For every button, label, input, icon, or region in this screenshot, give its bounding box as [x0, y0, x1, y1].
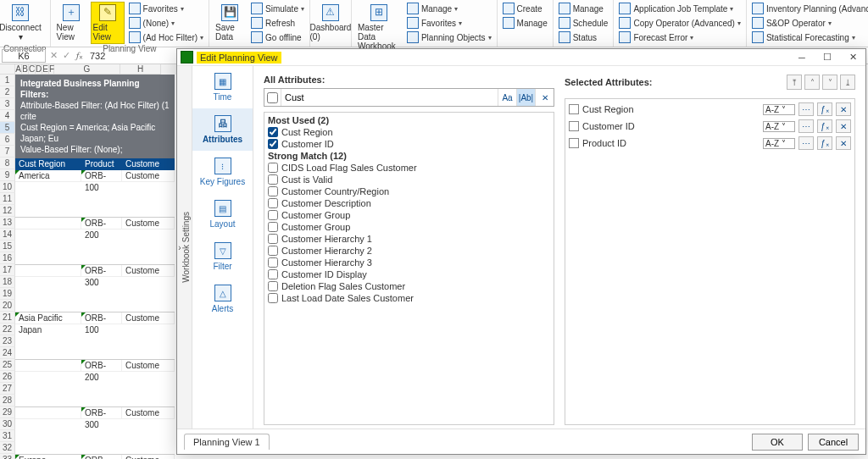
dashboard-button[interactable]: ⚠ Dashboard (0) [314, 2, 348, 44]
status-button[interactable]: Status [557, 30, 610, 44]
more-button[interactable]: ⋯ [798, 136, 814, 150]
enter-formula-icon[interactable]: ✓ [60, 50, 73, 61]
inventory-planning-menu[interactable]: Inventory Planning (Advanced)▾ [750, 2, 868, 15]
attribute-item[interactable]: Customer Group [266, 209, 552, 221]
new-view-button[interactable]: ＋ New View [54, 2, 88, 44]
nav-attributes[interactable]: 品Attributes [192, 108, 253, 151]
workbook-settings-strip[interactable]: › Workbook Settings [177, 66, 192, 429]
sort-dropdown[interactable]: A-Z ˅ [763, 121, 795, 132]
nav-key-figures[interactable]: ⫶Key Figures [192, 151, 253, 193]
table-row[interactable]: EuropeORB-100Custome [15, 455, 175, 459]
tab-planning-view-1[interactable]: Planning View 1 [184, 434, 270, 450]
match-case-button[interactable]: Aa [498, 89, 516, 106]
attribute-item[interactable]: CIDS Load Flag Sales Customer [266, 162, 552, 174]
move-down-button[interactable]: ˅ [822, 75, 837, 90]
table-row[interactable]: ORB-200Custome [15, 218, 175, 230]
row-checkbox[interactable] [569, 138, 579, 148]
selected-attributes-list[interactable]: Cust Region A-Z ˅ ⋯ ƒₓ ✕ Customer ID A-Z… [565, 98, 855, 425]
row-checkbox[interactable] [569, 104, 579, 114]
attribute-item[interactable]: Cust is Valid [266, 174, 552, 185]
attribute-checkbox[interactable] [268, 269, 278, 279]
ok-button[interactable]: OK [752, 434, 803, 451]
attribute-item[interactable]: Deletion Flag Sales Customer [266, 280, 552, 292]
favorites2-menu[interactable]: Favorites▾ [405, 16, 493, 30]
nav-alerts[interactable]: △Alerts [192, 278, 253, 320]
planning-objects-menu[interactable]: Planning Objects▾ [405, 30, 493, 44]
attribute-item[interactable]: Customer Hierarchy 2 [266, 245, 552, 257]
nav-layout[interactable]: ▤Layout [192, 193, 253, 235]
attribute-item[interactable]: Customer Country/Region [266, 185, 552, 197]
manage3-button[interactable]: Manage [557, 2, 610, 15]
available-attributes-list[interactable]: Most Used (2) Cust RegionCustomer ID Str… [264, 112, 554, 425]
selected-attribute-row[interactable]: Product ID A-Z ˅ ⋯ ƒₓ ✕ [567, 135, 853, 152]
move-up-button[interactable]: ˄ [804, 75, 820, 90]
more-button[interactable]: ⋯ [798, 119, 814, 133]
row-checkbox[interactable] [569, 121, 579, 131]
attribute-checkbox[interactable] [268, 186, 278, 196]
refresh-button[interactable]: Refresh [249, 16, 306, 30]
master-data-button[interactable]: ⊞ Master Data Workbook [355, 2, 403, 53]
attribute-item[interactable]: Cust Region [266, 126, 552, 138]
formula-value[interactable]: 732 [86, 51, 108, 61]
clear-search-button[interactable]: ✕ [535, 89, 554, 106]
table-row[interactable]: AmericaORB-100Custome [15, 170, 175, 182]
maximize-button[interactable]: ☐ [815, 50, 840, 65]
schedule-button[interactable]: Schedule [557, 16, 610, 30]
create-button[interactable]: Create [501, 2, 549, 15]
sort-dropdown[interactable]: A-Z ˅ [763, 138, 795, 149]
match-whole-button[interactable]: |Ab| [516, 89, 535, 106]
close-button[interactable]: ✕ [840, 50, 865, 65]
select-all-checkbox[interactable] [264, 89, 281, 106]
nav-filter[interactable]: ▽Filter [192, 235, 253, 278]
move-top-button[interactable]: ⤒ [787, 75, 802, 90]
attribute-checkbox[interactable] [268, 281, 278, 291]
disconnect-button[interactable]: ⛓ Disconnect ▾ [3, 2, 37, 44]
search-input[interactable] [281, 89, 498, 106]
move-bottom-button[interactable]: ⤓ [840, 75, 855, 90]
manage-menu[interactable]: Manage▾ [405, 2, 493, 15]
attribute-checkbox[interactable] [268, 234, 278, 244]
selected-attribute-row[interactable]: Customer ID A-Z ˅ ⋯ ƒₓ ✕ [567, 118, 853, 135]
nav-time[interactable]: ▦Time [192, 66, 253, 108]
attribute-checkbox[interactable] [268, 293, 278, 303]
copy-operator-menu[interactable]: Copy Operator (Advanced)▾ [617, 16, 743, 30]
attribute-checkbox[interactable] [268, 257, 278, 268]
cancel-formula-icon[interactable]: ✕ [47, 50, 60, 61]
fx-button[interactable]: ƒₓ [817, 136, 832, 150]
attribute-checkbox[interactable] [268, 210, 278, 220]
attribute-item[interactable]: Customer Description [266, 197, 552, 209]
remove-button[interactable]: ✕ [836, 102, 851, 116]
name-box[interactable]: K6 [2, 49, 46, 63]
go-offline-button[interactable]: Go offline [249, 30, 306, 44]
attribute-checkbox[interactable] [268, 163, 278, 173]
table-row[interactable]: Asia Pacific JapanORB-100Custome [15, 312, 175, 324]
remove-button[interactable]: ✕ [836, 119, 851, 133]
fx-icon[interactable]: 𝑓ₓ [73, 50, 86, 61]
attribute-item[interactable]: Customer ID [266, 138, 552, 150]
attribute-checkbox[interactable] [268, 246, 278, 256]
favorites-menu[interactable]: Favorites▾ [127, 2, 205, 15]
cancel-button[interactable]: Cancel [808, 434, 859, 451]
attribute-item[interactable]: Customer Hierarchy 3 [266, 257, 552, 268]
fx-button[interactable]: ƒₓ [817, 119, 832, 133]
attribute-item[interactable]: Customer ID Display [266, 268, 552, 280]
table-row[interactable]: ORB-300Custome [15, 265, 175, 277]
edit-view-button[interactable]: ✎ Edit View [91, 2, 125, 44]
selected-attribute-row[interactable]: Cust Region A-Z ˅ ⋯ ƒₓ ✕ [567, 101, 853, 118]
remove-button[interactable]: ✕ [836, 136, 851, 150]
attribute-checkbox[interactable] [268, 127, 278, 137]
sort-dropdown[interactable]: A-Z ˅ [763, 104, 795, 115]
simulate-menu[interactable]: Simulate▾ [249, 2, 306, 15]
attribute-checkbox[interactable] [268, 139, 278, 149]
attribute-checkbox[interactable] [268, 198, 278, 208]
dialog-titlebar[interactable]: Edit Planning View ─ ☐ ✕ [177, 49, 865, 66]
attribute-item[interactable]: Last Load Date Sales Customer [266, 292, 552, 304]
attribute-checkbox[interactable] [268, 174, 278, 185]
more-button[interactable]: ⋯ [798, 102, 814, 116]
table-row[interactable]: ORB-200Custome [15, 360, 175, 372]
sop-operator-menu[interactable]: S&OP Operator▾ [750, 16, 868, 30]
none-filter-menu[interactable]: (None)▾ [127, 16, 205, 30]
table-row[interactable]: ORB-300Custome [15, 407, 175, 419]
attribute-item[interactable]: Customer Group [266, 221, 552, 233]
statistical-forecasting-menu[interactable]: Statistical Forecasting▾ [750, 30, 868, 44]
